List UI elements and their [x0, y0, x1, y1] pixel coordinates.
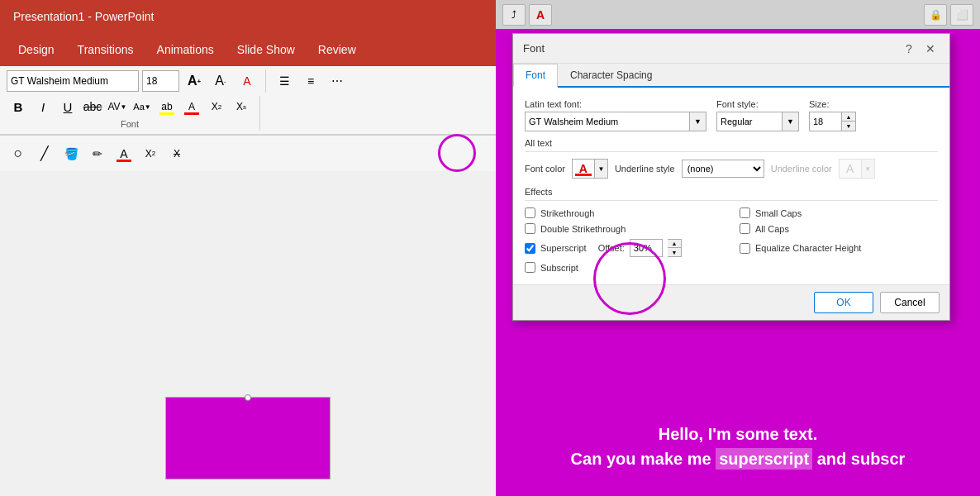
size-spinner[interactable]: ▲ ▼ [842, 112, 856, 131]
effects-section: Effects Strikethrough Small Caps Doubl [525, 187, 938, 273]
app-title: Presentation1 - PowerPoint [13, 10, 154, 23]
ribbon-icon-2[interactable]: A [529, 4, 552, 26]
help-button[interactable]: ? [900, 40, 918, 58]
slide-superscript-word: superscript [716, 448, 812, 470]
latin-font-dropdown[interactable]: ▼ [690, 112, 706, 131]
font-color-button[interactable]: A [180, 96, 203, 117]
italic-button[interactable]: I [31, 96, 55, 117]
subscript-button[interactable]: X2 [205, 96, 228, 117]
ribbon-icon-1[interactable]: ⤴ [502, 4, 526, 26]
ribbon-icon-3[interactable]: 🔒 [924, 4, 947, 26]
underline-color-btn: A ▼ [839, 159, 875, 179]
menu-design[interactable]: Design [7, 36, 66, 63]
all-caps-label: All Caps [755, 224, 789, 234]
underline-style-select[interactable]: (none) [682, 160, 764, 178]
menu-slideshow[interactable]: Slide Show [226, 36, 307, 63]
superscript-offset-row: Superscript Offset: ▲ ▼ [525, 239, 723, 257]
superscript-checkbox[interactable] [525, 243, 535, 254]
double-strikethrough-row: Double Strikethrough [525, 223, 723, 234]
strikethrough-row: Strikethrough [525, 207, 723, 218]
font-style-input[interactable] [716, 112, 783, 131]
dialog-footer: OK Cancel [513, 284, 949, 320]
superscript-button[interactable]: Xs [230, 96, 253, 117]
offset-down-btn[interactable]: ▼ [668, 248, 681, 256]
font-name-input[interactable] [7, 70, 139, 92]
bold-button[interactable]: B [7, 96, 30, 117]
subscript-checkbox[interactable] [525, 262, 535, 273]
offset-label: Offset: [598, 243, 625, 253]
text-case-button[interactable]: Aa▼ [131, 96, 154, 117]
slide-line2-suffix: and subscr [812, 450, 905, 468]
offset-spinner[interactable]: ▲ ▼ [668, 239, 682, 257]
subscript-tool[interactable]: X2 [139, 143, 162, 165]
size-down-btn[interactable]: ▼ [842, 122, 855, 131]
toolbar-area: A+ A- A ☰ ≡ ⋯ B I U abc AV▼ [0, 66, 496, 135]
menu-review[interactable]: Review [307, 36, 368, 63]
offset-input[interactable] [630, 239, 663, 257]
slide-line1: Hello, I'm some text. [571, 422, 906, 446]
line-tool[interactable]: ╱ [33, 143, 56, 165]
font-section-label: Font [7, 117, 253, 131]
underline-style-label: Underline style [615, 164, 675, 174]
latin-font-input[interactable] [525, 112, 690, 131]
small-caps-checkbox[interactable] [740, 207, 750, 218]
clear-format-button[interactable]: A [235, 70, 259, 92]
effects-grid: Strikethrough Small Caps Double Striketh… [525, 207, 938, 273]
toolbar-row2: B I U abc AV▼ Aa▼ ab A X2 Xs Font [7, 96, 489, 131]
increase-font-button[interactable]: A+ [183, 70, 206, 92]
close-button[interactable]: ✕ [921, 40, 940, 58]
menu-animations[interactable]: Animations [145, 36, 226, 63]
ellipse-tool[interactable]: ○ [7, 143, 30, 165]
ribbon-icon-4[interactable]: ⬜ [950, 4, 973, 26]
strikethrough-tool[interactable]: X [165, 143, 188, 165]
highlight-button[interactable]: ab [155, 96, 178, 117]
resize-handle[interactable] [245, 394, 251, 401]
tab-font[interactable]: Font [513, 64, 558, 88]
equalize-label: Equalize Character Height [755, 243, 861, 253]
menu-bar: Design Transitions Animations Slide Show… [0, 33, 496, 66]
font-size-input[interactable] [142, 70, 179, 92]
offset-up-btn[interactable]: ▲ [668, 240, 681, 248]
slide-box[interactable] [165, 397, 331, 479]
latin-font-label: Latin text font: [525, 99, 706, 109]
strike-label: abc [83, 100, 102, 113]
font-style-dropdown[interactable]: ▼ [783, 112, 799, 131]
dialog-body: Latin text font: ▼ Font style: ▼ Size: [513, 88, 949, 284]
fill-color-tool[interactable]: 🪣 [59, 143, 83, 165]
menu-transitions[interactable]: Transitions [66, 36, 145, 63]
strikethrough-checkbox[interactable] [525, 207, 535, 218]
underline-button[interactable]: U [56, 96, 79, 117]
latin-font-field: Latin text font: ▼ [525, 99, 706, 131]
subscript-row: Subscript [525, 262, 723, 273]
equalize-checkbox[interactable] [740, 243, 750, 254]
more-button[interactable]: ⋯ [326, 70, 349, 92]
numbering-button[interactable]: ≡ [299, 70, 322, 92]
decrease-font-button[interactable]: A- [209, 70, 232, 92]
font-color-label: Font color [525, 164, 565, 174]
superscript-row: Superscript [525, 243, 587, 254]
cancel-button[interactable]: Cancel [880, 292, 940, 313]
slide-area [0, 171, 496, 496]
double-strikethrough-checkbox[interactable] [525, 223, 535, 234]
outline-color-tool[interactable]: ✏ [86, 143, 109, 165]
slide-line2: Can you make me superscript and subscr [571, 446, 906, 471]
toolbar-row1: A+ A- A ☰ ≡ ⋯ [7, 69, 489, 93]
ok-button[interactable]: OK [814, 292, 873, 313]
bullets-button[interactable]: ☰ [273, 70, 296, 92]
font-color-dropdown[interactable]: ▼ [594, 160, 607, 178]
underline-label: U [64, 100, 73, 114]
alltext-section-label: All text [525, 138, 938, 152]
all-caps-checkbox[interactable] [740, 223, 750, 234]
strikethrough-button[interactable]: abc [81, 96, 104, 117]
drawing-toolbar: ○ ╱ 🪣 ✏ A X2 X [0, 135, 496, 171]
tab-character-spacing[interactable]: Character Spacing [558, 64, 664, 86]
left-panel: Presentation1 - PowerPoint Design Transi… [0, 0, 496, 496]
font-style-label: Font style: [716, 99, 799, 109]
font-color-tool[interactable]: A [112, 143, 136, 165]
slide-line2-prefix: Can you make me [571, 450, 716, 468]
char-spacing-button[interactable]: AV▼ [106, 96, 129, 117]
small-caps-row: Small Caps [740, 207, 938, 218]
font-size-dialog-input[interactable] [809, 112, 842, 131]
font-color-btn[interactable]: A ▼ [572, 159, 608, 179]
size-up-btn[interactable]: ▲ [842, 112, 855, 122]
